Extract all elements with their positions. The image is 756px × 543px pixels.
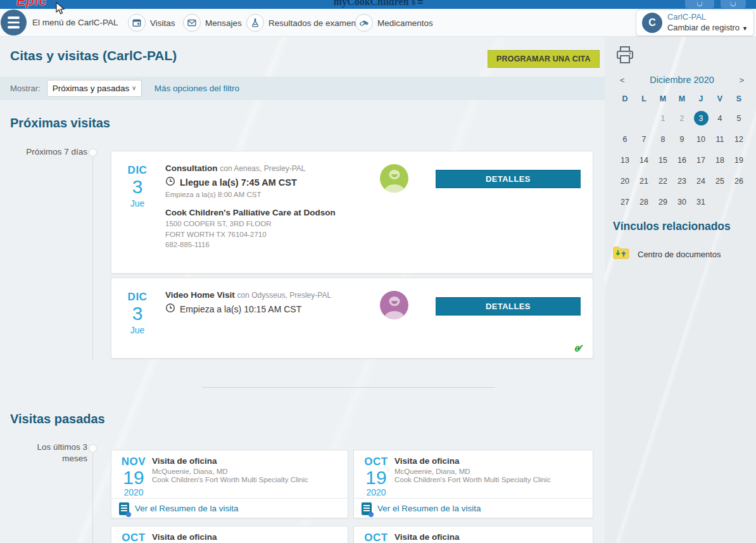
- calendar-day[interactable]: 23: [672, 170, 691, 191]
- provider-avatar: [380, 164, 408, 193]
- account-switcher[interactable]: C CarlC-PAL Cambiar de registro▼: [636, 10, 754, 36]
- calendar-day[interactable]: 31: [691, 191, 710, 212]
- nav-visitas-label: Visitas: [150, 18, 175, 28]
- filter-select[interactable]: Próximas y pasadas ˅: [47, 80, 142, 97]
- filter-label: Mostrar:: [10, 84, 41, 93]
- calendar-day[interactable]: 2: [672, 108, 691, 129]
- calendar-day[interactable]: 29: [653, 191, 672, 212]
- nav-resultados[interactable]: Resultados de examen: [246, 14, 356, 32]
- start-time-note: Empieza a la(s) 8:00 AM CST: [165, 191, 336, 198]
- account-name: CarlC-PAL: [667, 12, 748, 23]
- calendar-day[interactable]: 19: [729, 150, 748, 170]
- document-center-link[interactable]: Centro de documentos: [613, 246, 721, 262]
- details-button[interactable]: DETALLES: [436, 170, 581, 188]
- calendar-day-selected[interactable]: 3: [691, 108, 710, 129]
- provider-avatar: [380, 291, 408, 319]
- calendar-day[interactable]: 4: [710, 108, 729, 129]
- visit-type: Visita de oficina: [152, 456, 308, 466]
- calendar-day[interactable]: 8: [653, 129, 672, 150]
- visit-provider: con Odysseus, Presley-PAL: [237, 291, 332, 300]
- calendar-day[interactable]: 1: [653, 108, 672, 129]
- calendar-next-button[interactable]: >: [739, 75, 744, 85]
- flask-icon: [246, 14, 264, 32]
- appointment-body: Video Home Visit con Odysseus, Presley-P…: [165, 290, 331, 316]
- language-button[interactable]: [685, 0, 714, 8]
- timeline-label-line2: meses: [10, 453, 87, 464]
- calendar-day[interactable]: 6: [615, 129, 634, 150]
- upcoming-visits-heading: Próximas visitas: [10, 116, 110, 131]
- date-month: OCT: [360, 456, 392, 468]
- date-day: 19: [118, 468, 149, 487]
- date-month: OCT: [118, 532, 149, 543]
- visit-provider: McQueenie, Diana, MD: [152, 468, 308, 475]
- calendar-day[interactable]: 28: [634, 191, 653, 212]
- past-visit-card[interactable]: OCT Visita de oficina: [111, 526, 348, 543]
- calendar-day[interactable]: 15: [653, 150, 672, 170]
- visit-date: OCT 19 2020: [360, 456, 392, 497]
- calendar-day[interactable]: 11: [710, 129, 729, 150]
- date-month: NOV: [118, 456, 149, 468]
- page-title: Citas y visitas (CarlC-PAL): [10, 48, 177, 63]
- calendar-day[interactable]: 26: [729, 170, 748, 191]
- calendar-day[interactable]: 18: [710, 150, 729, 170]
- calendar-day[interactable]: 14: [634, 150, 653, 170]
- caret-down-icon: ▼: [742, 25, 748, 32]
- envelope-icon: [183, 14, 201, 32]
- calendar-day[interactable]: 21: [634, 170, 653, 191]
- calendar-day[interactable]: 22: [653, 170, 672, 191]
- calendar-day[interactable]: 20: [615, 170, 634, 191]
- calendar-day[interactable]: 24: [691, 170, 710, 191]
- appointment-card[interactable]: DIC 3 Jue Video Home Visit con Odysseus,…: [111, 278, 593, 359]
- calendar-day[interactable]: 16: [672, 150, 691, 170]
- app-window: Epic myCookChildren's El menú de CarlC-P…: [0, 0, 756, 543]
- calendar-day[interactable]: 25: [710, 170, 729, 191]
- document-icon: [119, 502, 129, 515]
- past-visit-card[interactable]: OCT 19 2020 Visita de oficina McQueenie,…: [353, 450, 593, 518]
- date-day: 3: [122, 303, 153, 324]
- more-filter-options-link[interactable]: Más opciones del filtro: [154, 84, 239, 93]
- schedule-appointment-button[interactable]: PROGRAMAR UNA CITA: [488, 50, 600, 68]
- calendar-day[interactable]: 5: [729, 108, 748, 129]
- calendar-day[interactable]: 7: [634, 129, 653, 150]
- calendar-day[interactable]: 27: [615, 191, 634, 212]
- calendar-day[interactable]: 9: [672, 129, 691, 150]
- mini-calendar: < Diciembre 2020 > D L M M J V S 1 2 3 4…: [615, 75, 748, 212]
- date-month: DIC: [122, 291, 153, 303]
- nav-visitas[interactable]: Visitas: [128, 14, 175, 32]
- brand-mark-icon: [417, 0, 422, 4]
- calendar-prev-button[interactable]: <: [620, 75, 625, 85]
- calendar-icon: [128, 14, 146, 32]
- visit-summary-link[interactable]: Ver el Resumen de la visita: [111, 498, 348, 518]
- timeline-label-line1: Los últimos 3: [10, 442, 87, 453]
- globe-icon: [697, 2, 703, 6]
- main-menu-button[interactable]: El menú de CarlC-PAL: [1, 10, 118, 35]
- past-visit-card[interactable]: NOV 19 2020 Visita de oficina McQueenie,…: [111, 450, 348, 518]
- date-month: DIC: [122, 164, 153, 177]
- calendar-month-title: Diciembre 2020: [650, 75, 714, 85]
- calendar-day[interactable]: 30: [672, 191, 691, 212]
- clock-icon: [165, 176, 175, 189]
- appointment-card[interactable]: DIC 3 Jue Consultation con Aeneas, Presl…: [111, 151, 593, 274]
- calendar-day[interactable]: 17: [691, 150, 710, 170]
- calendar-day[interactable]: 10: [691, 129, 710, 150]
- date-year: 2020: [360, 487, 392, 497]
- calendar-day[interactable]: 12: [729, 129, 748, 150]
- nav-mensajes[interactable]: Mensajes: [183, 14, 242, 32]
- document-icon: [362, 502, 372, 515]
- main-menu-label: El menú de CarlC-PAL: [32, 18, 118, 27]
- past-visit-card[interactable]: OCT Visita de oficina: [353, 526, 593, 543]
- timeline-label-upcoming: Próximos 7 días: [10, 146, 87, 158]
- details-button[interactable]: DETALLES: [436, 297, 581, 316]
- related-links-heading: Vínculos relacionados: [613, 220, 731, 233]
- date-weekday: Jue: [122, 198, 153, 208]
- visit-summary-link[interactable]: Ver el Resumen de la visita: [354, 498, 593, 518]
- print-button[interactable]: [616, 46, 634, 67]
- calendar-day[interactable]: 13: [615, 150, 634, 170]
- calendar-day: [615, 108, 634, 129]
- switch-record-label: Cambiar de registro: [667, 23, 740, 32]
- timeline-label-past: Los últimos 3 meses: [10, 442, 87, 464]
- nav-medicamentos[interactable]: Medicamentos: [355, 14, 433, 32]
- profile-button[interactable]: [721, 0, 746, 8]
- visit-summary-label: Ver el Resumen de la visita: [377, 504, 481, 513]
- document-center-label: Centro de documentos: [638, 250, 721, 259]
